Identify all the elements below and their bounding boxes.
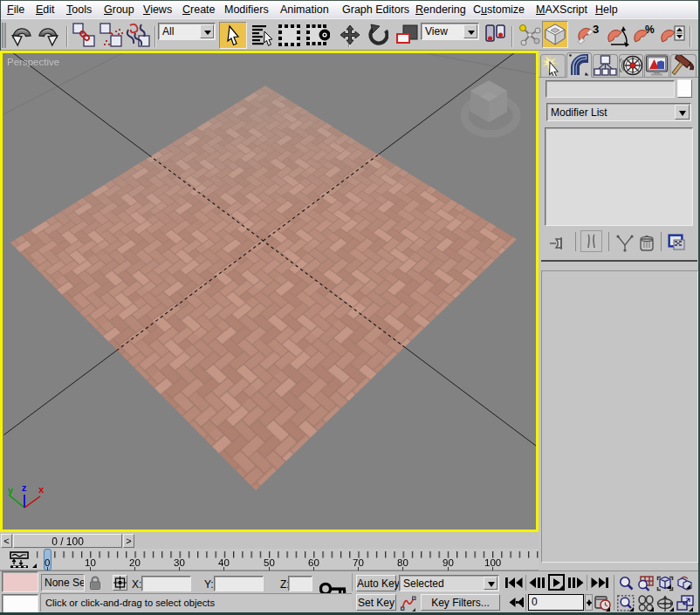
svg-text:y: y [8,485,14,495]
svg-text:x: x [38,484,45,495]
svg-text:0: 0 [45,557,50,568]
svg-text:100: 100 [484,557,501,568]
svg-text:80: 80 [397,557,408,568]
svg-text:10: 10 [85,557,96,568]
svg-text:20: 20 [129,557,141,568]
svg-text:40: 40 [218,557,230,568]
svg-text:50: 50 [264,557,275,568]
svg-text:90: 90 [443,557,454,568]
svg-text:70: 70 [353,557,364,568]
svg-text:3: 3 [593,23,599,36]
svg-text:z: z [22,482,27,493]
svg-text:30: 30 [174,557,185,568]
svg-text:%: % [645,24,655,36]
svg-text:60: 60 [308,557,319,568]
